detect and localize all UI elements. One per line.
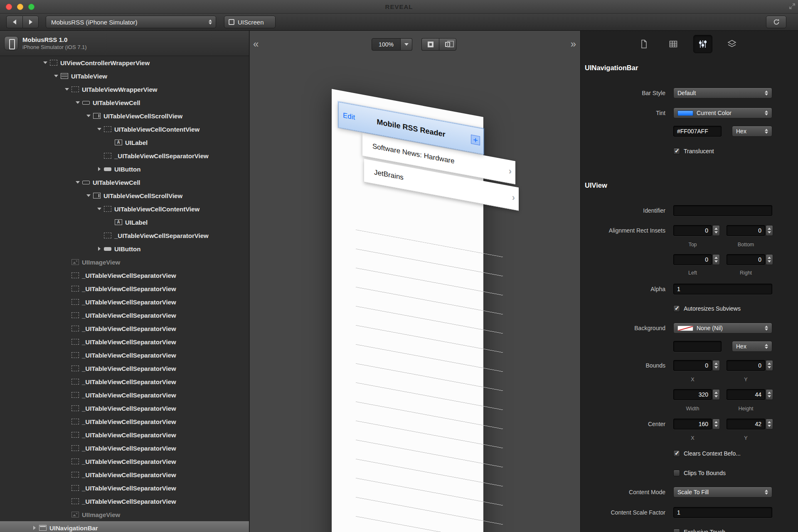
- tree-row[interactable]: UITableViewCellScrollView: [0, 109, 249, 123]
- tree-row[interactable]: _UITableViewCellSeparatorView: [0, 362, 249, 375]
- insets-left-stepper[interactable]: [712, 254, 720, 265]
- tint-dropdown[interactable]: Current Color: [673, 108, 772, 118]
- bounds-width-field[interactable]: 320: [673, 389, 712, 400]
- tree-row[interactable]: UINavigationBar: [0, 521, 249, 532]
- disclosure-triangle[interactable]: [41, 61, 50, 64]
- tree-row[interactable]: _UITableViewCellSeparatorView: [0, 282, 249, 295]
- disclosure-triangle[interactable]: [52, 75, 61, 77]
- tab-layers-inspector[interactable]: [722, 35, 741, 53]
- bounds-height-field[interactable]: 44: [727, 389, 765, 400]
- tree-row[interactable]: _UITableViewCellSeparatorView: [0, 468, 249, 481]
- collapse-left-panel-button[interactable]: «: [253, 39, 259, 49]
- disclosure-triangle[interactable]: [95, 167, 104, 171]
- bounds-x-field[interactable]: 0: [673, 360, 712, 371]
- tree-row[interactable]: _UITableViewCellSeparatorView: [0, 481, 249, 495]
- tree-row[interactable]: UITableViewWrapperView: [0, 83, 249, 96]
- translucent-checkbox[interactable]: [673, 148, 680, 154]
- tab-attributes-inspector[interactable]: [693, 35, 712, 53]
- tree-row[interactable]: UILabel: [0, 216, 249, 229]
- bounds-height-stepper[interactable]: [766, 389, 773, 400]
- canvas[interactable]: « » 100% Software News: Hardware › JetBr…: [250, 31, 580, 532]
- background-hex-field[interactable]: [673, 341, 722, 352]
- tab-identity-inspector[interactable]: [634, 35, 653, 53]
- bar-style-dropdown[interactable]: Default: [673, 88, 772, 98]
- insets-left-field[interactable]: 0: [673, 254, 712, 265]
- tree-row[interactable]: UIButton: [0, 242, 249, 255]
- tint-hex-field[interactable]: #FF007AFF: [673, 126, 722, 137]
- tree-row[interactable]: _UITableViewCellSeparatorView: [0, 428, 249, 441]
- tree-row[interactable]: UIImageView: [0, 508, 249, 521]
- view-mode-3d-button[interactable]: [439, 38, 456, 51]
- tree-row[interactable]: UIButton: [0, 162, 249, 176]
- tree-row[interactable]: _UITableViewCellSeparatorView: [0, 375, 249, 388]
- tree-row[interactable]: _UITableViewCellSeparatorView: [0, 269, 249, 282]
- tree-row[interactable]: UITableView: [0, 69, 249, 83]
- center-x-field[interactable]: 160: [673, 419, 712, 429]
- tree-row[interactable]: UITableViewCellContentView: [0, 202, 249, 216]
- tree-row[interactable]: _UITableViewCellSeparatorView: [0, 335, 249, 348]
- disclosure-triangle[interactable]: [84, 115, 93, 117]
- tree-row[interactable]: UITableViewCell: [0, 96, 249, 109]
- tree-row[interactable]: _UITableViewCellSeparatorView: [0, 455, 249, 468]
- 3d-scene[interactable]: Software News: Hardware › JetBrains › Ed…: [332, 89, 483, 532]
- bounds-x-stepper[interactable]: [712, 360, 720, 371]
- background-dropdown[interactable]: None (Nil): [673, 323, 772, 333]
- disclosure-triangle[interactable]: [84, 194, 93, 197]
- disclosure-triangle[interactable]: [30, 526, 39, 530]
- tree-row[interactable]: _UITableViewCellSeparatorView: [0, 309, 249, 322]
- clips-to-bounds-checkbox[interactable]: [673, 470, 680, 476]
- back-button[interactable]: [6, 16, 22, 28]
- content-scale-field[interactable]: 1: [673, 507, 772, 518]
- clears-context-checkbox[interactable]: [673, 450, 680, 457]
- center-y-stepper[interactable]: [766, 419, 773, 429]
- tree-row[interactable]: UIViewControllerWrapperView: [0, 56, 249, 69]
- disclosure-triangle[interactable]: [95, 247, 104, 251]
- focused-view-button[interactable]: UIScreen: [224, 16, 276, 28]
- refresh-button[interactable]: [766, 16, 786, 28]
- disclosure-triangle[interactable]: [73, 181, 82, 184]
- tree-row[interactable]: _UITableViewCellSeparatorView: [0, 295, 249, 309]
- disclosure-triangle[interactable]: [73, 101, 82, 104]
- autoresizes-checkbox[interactable]: [673, 305, 680, 312]
- tree-row[interactable]: _UITableViewCellSeparatorView: [0, 322, 249, 335]
- content-mode-dropdown[interactable]: Scale To Fill: [673, 487, 772, 498]
- disclosure-triangle[interactable]: [95, 128, 104, 130]
- tree-row[interactable]: _UITableViewCellSeparatorView: [0, 388, 249, 402]
- collapse-right-panel-button[interactable]: »: [571, 39, 576, 49]
- tree-row[interactable]: _UITableViewCellSeparatorView: [0, 495, 249, 508]
- hex-unit-dropdown[interactable]: Hex: [732, 341, 772, 352]
- disclosure-triangle[interactable]: [95, 208, 104, 210]
- forward-button[interactable]: [22, 16, 39, 28]
- insets-right-stepper[interactable]: [766, 254, 773, 265]
- bounds-width-stepper[interactable]: [712, 389, 720, 400]
- bounds-y-stepper[interactable]: [766, 360, 773, 371]
- insets-top-stepper[interactable]: [712, 225, 720, 236]
- center-y-field[interactable]: 42: [727, 419, 765, 429]
- tree-row[interactable]: _UITableViewCellSeparatorView: [0, 348, 249, 362]
- tree-row[interactable]: _UITableViewCellSeparatorView: [0, 402, 249, 415]
- zoom-dropdown-button[interactable]: [401, 38, 412, 51]
- center-x-stepper[interactable]: [712, 419, 720, 429]
- edit-button[interactable]: Edit: [343, 111, 355, 122]
- hex-unit-dropdown[interactable]: Hex: [732, 126, 772, 137]
- disclosure-triangle[interactable]: [62, 88, 71, 91]
- tree-row[interactable]: UITableViewCell: [0, 176, 249, 189]
- tree-row[interactable]: UIImageView: [0, 255, 249, 269]
- add-button[interactable]: +: [471, 135, 480, 145]
- bounds-y-field[interactable]: 0: [727, 360, 765, 371]
- insets-top-field[interactable]: 0: [673, 225, 712, 236]
- tree-row[interactable]: _UITableViewCellSeparatorView: [0, 415, 249, 428]
- tree-row[interactable]: _UITableViewCellSeparatorView: [0, 441, 249, 455]
- identifier-field[interactable]: [673, 205, 772, 216]
- tree-row[interactable]: _UITableViewCellSeparatorView: [0, 229, 249, 242]
- insets-bottom-field[interactable]: 0: [727, 225, 765, 236]
- alpha-field[interactable]: 1: [673, 284, 772, 294]
- exclusive-touch-checkbox[interactable]: [673, 529, 680, 532]
- tree-row[interactable]: UITableViewCellScrollView: [0, 189, 249, 202]
- insets-bottom-stepper[interactable]: [766, 225, 773, 236]
- tree-row[interactable]: _UITableViewCellSeparatorView: [0, 149, 249, 162]
- app-selector-dropdown[interactable]: MobiusRSS (iPhone Simulator): [46, 16, 216, 28]
- tree-row[interactable]: UILabel: [0, 136, 249, 149]
- view-mode-2d-button[interactable]: [421, 38, 439, 51]
- insets-right-field[interactable]: 0: [727, 254, 765, 265]
